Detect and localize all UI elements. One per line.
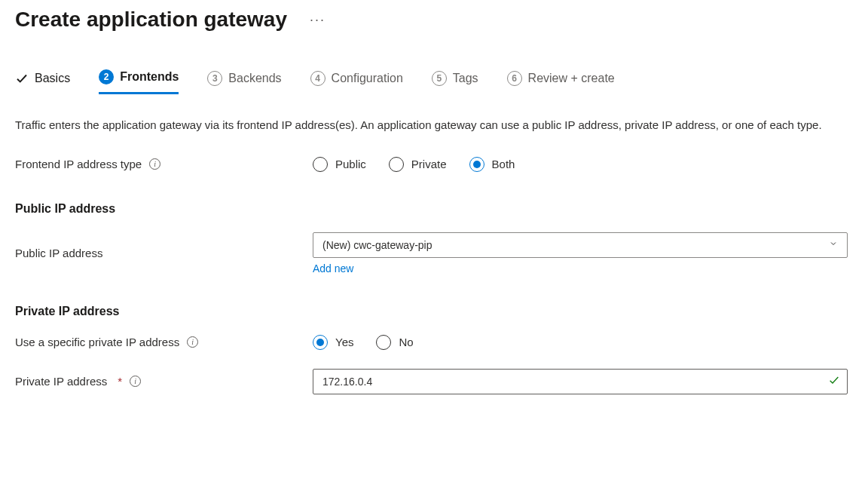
more-actions-icon[interactable]: ···	[310, 12, 326, 28]
tab-label: Backends	[228, 72, 281, 85]
radio-private[interactable]: Private	[389, 157, 447, 172]
valid-checkmark-icon	[828, 374, 840, 389]
public-ip-select[interactable]: (New) cwc-gateway-pip	[313, 232, 848, 258]
tab-description: Traffic enters the application gateway v…	[15, 117, 844, 134]
private-ip-input[interactable]	[313, 369, 848, 394]
tab-tags[interactable]: 5 Tags	[432, 71, 478, 94]
tab-number-badge: 4	[310, 71, 326, 86]
tab-backends[interactable]: 3 Backends	[207, 71, 281, 94]
radio-label: Both	[492, 158, 515, 170]
frontend-ip-type-radio-group: Public Private Both	[313, 157, 848, 172]
radio-circle	[469, 157, 484, 172]
page-title: Create application gateway	[15, 8, 287, 32]
required-indicator: *	[118, 375, 122, 388]
radio-label: Public	[335, 158, 366, 170]
tab-label: Review + create	[528, 72, 615, 85]
info-icon[interactable]: i	[130, 376, 141, 387]
radio-public[interactable]: Public	[313, 157, 366, 172]
radio-label: Yes	[335, 336, 353, 348]
info-icon[interactable]: i	[149, 158, 160, 170]
wizard-tabs: Basics 2 Frontends 3 Backends 4 Configur…	[15, 69, 853, 94]
tab-number-badge: 6	[507, 71, 522, 86]
tab-review-create[interactable]: 6 Review + create	[507, 71, 615, 94]
public-ip-heading: Public IP address	[15, 202, 853, 216]
checkmark-icon	[15, 72, 29, 85]
chevron-down-icon	[829, 239, 838, 250]
radio-both[interactable]: Both	[469, 157, 515, 172]
tab-label: Tags	[453, 72, 478, 85]
radio-circle	[313, 335, 328, 350]
radio-no[interactable]: No	[376, 335, 413, 350]
radio-circle	[313, 157, 328, 172]
public-ip-label: Public IP address	[15, 247, 102, 259]
tab-label: Configuration	[332, 72, 403, 85]
use-specific-private-ip-label: Use a specific private IP address	[15, 336, 179, 348]
frontend-ip-type-label: Frontend IP address type	[15, 158, 142, 170]
tab-label: Basics	[35, 72, 70, 85]
info-icon[interactable]: i	[187, 336, 198, 348]
radio-circle	[376, 335, 391, 350]
tab-configuration[interactable]: 4 Configuration	[310, 71, 403, 94]
tab-frontends[interactable]: 2 Frontends	[99, 69, 179, 94]
tab-number-badge: 5	[432, 71, 447, 86]
add-new-link[interactable]: Add new	[313, 262, 353, 275]
radio-yes[interactable]: Yes	[313, 335, 353, 350]
private-ip-address-label: Private IP address	[15, 375, 107, 388]
radio-label: Private	[411, 158, 447, 170]
tab-basics[interactable]: Basics	[15, 72, 70, 93]
specific-private-ip-radio-group: Yes No	[313, 335, 848, 350]
tab-number-badge: 3	[207, 71, 222, 86]
radio-label: No	[399, 336, 413, 348]
private-ip-heading: Private IP address	[15, 305, 853, 318]
tab-label: Frontends	[120, 70, 179, 84]
select-value: (New) cwc-gateway-pip	[322, 239, 432, 251]
tab-number-badge: 2	[99, 69, 114, 84]
radio-circle	[389, 157, 404, 172]
